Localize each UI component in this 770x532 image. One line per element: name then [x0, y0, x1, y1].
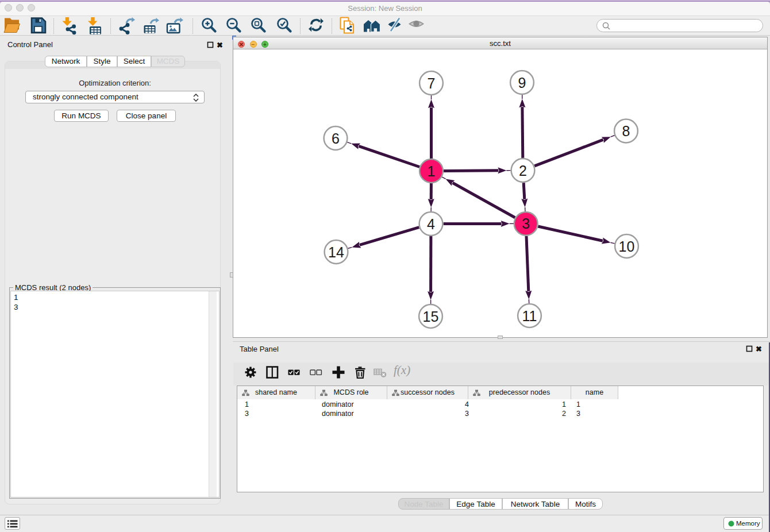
svg-text:3: 3: [522, 215, 530, 232]
svg-text:15: 15: [423, 309, 439, 325]
svg-text:6: 6: [332, 130, 340, 147]
svg-text:✖: ✖: [217, 41, 223, 49]
svg-text:11: 11: [522, 308, 537, 324]
svg-text:1: 1: [428, 163, 436, 179]
svg-text:✖: ✖: [756, 345, 762, 353]
svg-text:10: 10: [619, 238, 635, 255]
svg-text:2: 2: [519, 163, 527, 179]
svg-text:14: 14: [328, 244, 344, 260]
svg-text:4: 4: [427, 216, 435, 232]
svg-text:8: 8: [622, 123, 630, 139]
svg-text:7: 7: [428, 75, 436, 91]
svg-text:9: 9: [518, 75, 526, 91]
